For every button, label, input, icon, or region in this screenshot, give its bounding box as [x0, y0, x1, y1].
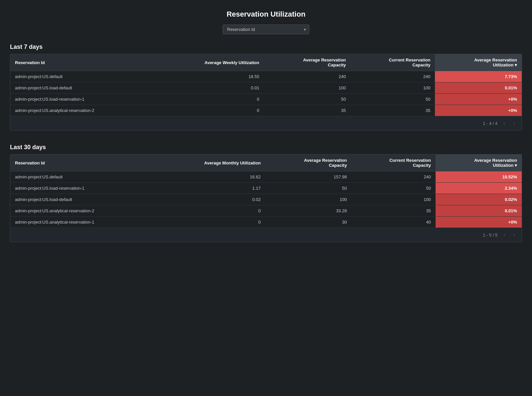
section-30days: Last 30 days Reservation Id Average Mont…: [10, 144, 522, 242]
cell-avg-monthly-util: 1.17: [157, 183, 265, 194]
table-row: admin-project:US.default 16.62 157.98 24…: [10, 171, 522, 183]
cell-current-res-capacity: 40: [351, 217, 436, 228]
cell-avg-res-util: 0.02%: [436, 194, 522, 205]
pagination-next-7days[interactable]: ›: [511, 120, 517, 127]
cell-reservation-id: admin-project:US.load-default: [10, 194, 157, 205]
col-header-avg-res-util-30d[interactable]: Average ReservationUtilization ▾: [436, 154, 522, 171]
cell-reservation-id: admin-project:US.analytical-reservation-…: [10, 205, 157, 217]
cell-avg-res-util: +0%: [436, 217, 522, 228]
cell-avg-weekly-util: 0: [158, 94, 264, 105]
col-header-avg-monthly-util[interactable]: Average Monthly Utilization: [157, 154, 265, 171]
table-header-row-7days: Reservation Id Average Weekly Utilizatio…: [10, 54, 522, 71]
pagination-prev-30days[interactable]: ‹: [501, 231, 507, 239]
table-7days: Reservation Id Average Weekly Utilizatio…: [10, 54, 522, 116]
cell-current-res-capacity: 50: [350, 94, 435, 105]
cell-reservation-id: admin-project:US.load-reservation-1: [10, 94, 158, 105]
cell-current-res-capacity: 240: [351, 171, 436, 183]
col-header-avg-res-util-7d[interactable]: Average ReservationUtilization ▾: [435, 54, 522, 71]
cell-avg-res-capacity: 100: [264, 82, 351, 94]
cell-avg-weekly-util: 0.01: [158, 82, 264, 94]
table-row: admin-project:US.default 18.55 240 240 7…: [10, 71, 522, 82]
cell-current-res-capacity: 35: [350, 105, 435, 116]
filter-select-wrapper: Reservation Id: [223, 25, 309, 34]
cell-current-res-capacity: 50: [351, 183, 436, 194]
pagination-next-30days[interactable]: ›: [511, 231, 517, 239]
reservation-id-filter[interactable]: Reservation Id: [223, 25, 309, 34]
cell-avg-res-util: 0.01%: [436, 205, 522, 217]
pagination-text-7days: 1 - 4 / 4: [483, 121, 497, 126]
cell-avg-res-capacity: 35: [264, 105, 351, 116]
table-30days: Reservation Id Average Monthly Utilizati…: [10, 154, 522, 228]
cell-avg-monthly-util: 16.62: [157, 171, 265, 183]
cell-avg-res-capacity: 33.28: [265, 205, 351, 217]
col-header-reservation-id-30d: Reservation Id: [10, 154, 157, 171]
col-header-avg-weekly-util[interactable]: Average Weekly Utilization: [158, 54, 264, 71]
table-wrapper-30days: Reservation Id Average Monthly Utilizati…: [10, 154, 522, 242]
table-row: admin-project:US.load-reservation-1 0 50…: [10, 94, 522, 105]
cell-avg-res-util: +0%: [435, 94, 522, 105]
cell-avg-res-util: 0.01%: [435, 82, 522, 94]
cell-reservation-id: admin-project:US.load-default: [10, 82, 158, 94]
cell-current-res-capacity: 240: [350, 71, 435, 82]
cell-avg-weekly-util: 18.55: [158, 71, 264, 82]
cell-reservation-id: admin-project:US.load-reservation-1: [10, 183, 157, 194]
cell-avg-res-util: 7.73%: [435, 71, 522, 82]
cell-reservation-id: admin-project:US.default: [10, 171, 157, 183]
cell-current-res-capacity: 100: [350, 82, 435, 94]
col-header-reservation-id-7d: Reservation Id: [10, 54, 158, 71]
table-row: admin-project:US.load-reservation-1 1.17…: [10, 183, 522, 194]
cell-avg-weekly-util: 0: [158, 105, 264, 116]
col-header-avg-res-cap-30d[interactable]: Average ReservationCapacity: [265, 154, 351, 171]
cell-avg-res-capacity: 30: [265, 217, 351, 228]
cell-avg-res-util: 2.34%: [436, 183, 522, 194]
table-row: admin-project:US.analytical-reservation-…: [10, 217, 522, 228]
cell-avg-res-capacity: 100: [265, 194, 351, 205]
pagination-text-30days: 1 - 5 / 5: [483, 233, 497, 238]
cell-reservation-id: admin-project:US.analytical-reservation-…: [10, 217, 157, 228]
cell-avg-res-capacity: 240: [264, 71, 351, 82]
pagination-prev-7days[interactable]: ‹: [501, 120, 507, 127]
cell-avg-res-capacity: 50: [264, 94, 351, 105]
table-header-row-30days: Reservation Id Average Monthly Utilizati…: [10, 154, 522, 171]
pagination-bar-30days: 1 - 5 / 5 ‹ ›: [10, 228, 522, 242]
cell-current-res-capacity: 35: [351, 205, 436, 217]
table-row: admin-project:US.analytical-reservation-…: [10, 205, 522, 217]
col-header-avg-res-cap-7d[interactable]: Average ReservationCapacity: [264, 54, 351, 71]
col-header-current-res-cap-30d[interactable]: Current ReservationCapacity: [351, 154, 436, 171]
cell-avg-res-util: 10.52%: [436, 171, 522, 183]
cell-avg-res-capacity: 157.98: [265, 171, 351, 183]
cell-avg-monthly-util: 0.02: [157, 194, 265, 205]
col-header-current-res-cap-7d[interactable]: Current ReservationCapacity: [350, 54, 435, 71]
table-row: admin-project:US.analytical-reservation-…: [10, 105, 522, 116]
table-row: admin-project:US.load-default 0.01 100 1…: [10, 82, 522, 94]
page-title: Reservation Utilization: [10, 10, 522, 19]
table-row: admin-project:US.load-default 0.02 100 1…: [10, 194, 522, 205]
cell-avg-res-util: +0%: [435, 105, 522, 116]
table-wrapper-7days: Reservation Id Average Weekly Utilizatio…: [10, 54, 522, 131]
pagination-bar-7days: 1 - 4 / 4 ‹ ›: [10, 116, 522, 130]
cell-current-res-capacity: 100: [351, 194, 436, 205]
section-7days: Last 7 days Reservation Id Average Weekl…: [10, 44, 522, 131]
section-title-7days: Last 7 days: [10, 44, 522, 50]
cell-avg-monthly-util: 0: [157, 217, 265, 228]
section-title-30days: Last 30 days: [10, 144, 522, 151]
cell-reservation-id: admin-project:US.analytical-reservation-…: [10, 105, 158, 116]
cell-reservation-id: admin-project:US.default: [10, 71, 158, 82]
filter-bar: Reservation Id: [10, 25, 522, 34]
cell-avg-monthly-util: 0: [157, 205, 265, 217]
cell-avg-res-capacity: 50: [265, 183, 351, 194]
